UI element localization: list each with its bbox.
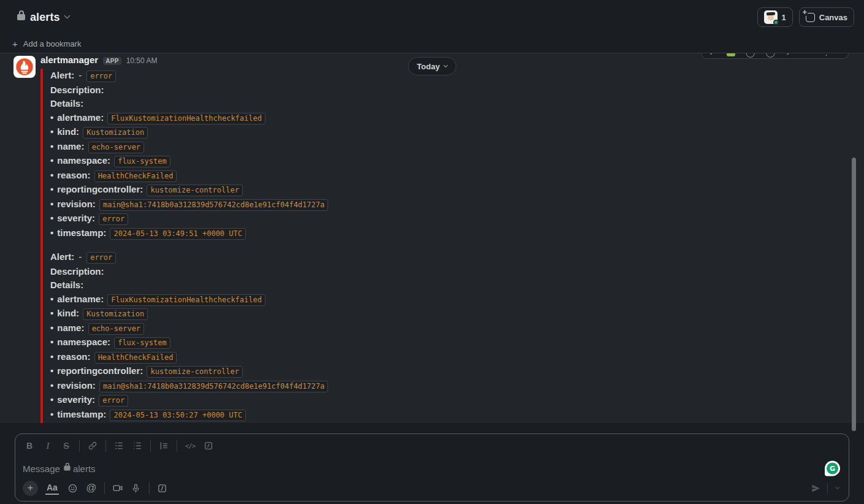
bullet-icon: •: [50, 170, 53, 180]
bullet-icon: •: [50, 227, 53, 238]
alert-block: Alert:-error Description: Details: •aler…: [50, 250, 852, 422]
scrollbar[interactable]: [852, 158, 856, 431]
code-value: FluxKustomizationHealthcheckfailed: [107, 294, 266, 306]
share-icon: ↗: [786, 53, 793, 56]
shortcuts-button[interactable]: [153, 480, 172, 496]
field-label: name:: [57, 141, 84, 151]
code-value: Kustomization: [83, 127, 148, 139]
member-count: 1: [782, 13, 786, 22]
channel-title-button[interactable]: alerts: [12, 9, 74, 26]
code-button[interactable]: </>: [181, 438, 199, 454]
send-button[interactable]: [806, 480, 825, 496]
member-avatar: [764, 10, 778, 24]
link-icon: [88, 441, 97, 451]
mention-button[interactable]: @: [82, 480, 101, 496]
composer-section: B I S: [0, 423, 864, 504]
code-value: echo-server: [88, 323, 144, 335]
app-avatar[interactable]: [13, 56, 36, 78]
date-divider-label: Today: [417, 62, 440, 71]
video-clip-button[interactable]: [109, 480, 127, 496]
bullet-icon: •: [50, 141, 53, 151]
emoji-reaction-icon: ◯: [746, 53, 755, 56]
strikethrough-button[interactable]: S: [57, 438, 75, 454]
chevron-down-icon: [64, 13, 70, 19]
code-value: main@sha1:7418b0a312839d576742cd8e1e91cf…: [99, 199, 328, 211]
emoji-icon: [67, 483, 78, 494]
link-button[interactable]: [83, 438, 102, 454]
alert-field-row: •reportingcontroller: kustomize-controll…: [50, 364, 852, 379]
channel-header: alerts 1 Canvas: [0, 0, 864, 34]
chevron-down-icon: [835, 485, 839, 489]
message-input[interactable]: [23, 463, 841, 473]
alert-field-row: •severity: error: [50, 393, 852, 408]
composer-bottom-toolbar: + Aa @: [15, 479, 849, 501]
blockquote-button[interactable]: [155, 438, 173, 454]
message-composer[interactable]: B I S: [15, 433, 849, 502]
emoji-button[interactable]: [64, 480, 82, 496]
bullet-icon: •: [50, 380, 53, 391]
alert-field-row: •namespace: flux-system: [50, 154, 852, 169]
date-divider-button[interactable]: Today: [408, 57, 456, 75]
bookmarks-bar: + Add a bookmark: [0, 34, 864, 53]
code-value: Kustomization: [83, 308, 148, 320]
code-block-button[interactable]: [199, 438, 218, 454]
code-value: error: [99, 395, 128, 407]
italic-button[interactable]: I: [39, 438, 57, 454]
bold-button[interactable]: B: [20, 438, 39, 454]
toolbar-divider: [104, 482, 105, 494]
alert-field-row: •name: echo-server: [50, 321, 852, 336]
field-label: reason:: [57, 351, 90, 362]
description-line: Description:: [50, 265, 852, 279]
ordered-list-button[interactable]: [110, 438, 128, 454]
slash-shortcuts-icon: [157, 483, 167, 494]
message-timestamp[interactable]: 10:50 AM: [126, 56, 158, 65]
code-value: HealthCheckFailed: [94, 170, 177, 182]
alert-block: Alert:-error Description: Details: •aler…: [50, 69, 852, 240]
schedule-send-button[interactable]: [830, 480, 844, 496]
audio-clip-button[interactable]: [127, 480, 145, 496]
alert-field-row: •reportingcontroller: kustomize-controll…: [50, 183, 852, 197]
bullet-icon: •: [50, 199, 53, 209]
sender-name[interactable]: alertmanager: [40, 55, 98, 65]
attach-plus-button[interactable]: +: [23, 481, 38, 496]
code-value: echo-server: [88, 142, 144, 153]
description-line: Description:: [50, 83, 852, 97]
code-value: main@sha1:7418b0a312839d576742cd8e1e91cf…: [99, 381, 328, 392]
code-value: error: [99, 213, 128, 225]
field-label: kind:: [57, 126, 79, 137]
bullet-icon: •: [50, 323, 53, 333]
field-label: reportingcontroller:: [57, 184, 143, 194]
send-icon: [811, 483, 821, 494]
alert-field-row: •kind: Kustomization: [50, 307, 852, 321]
field-label: revision:: [57, 380, 96, 391]
message: alertmanager APP 10:50 AM Alert:-error D…: [0, 53, 864, 423]
microphone-icon: [131, 483, 141, 494]
field-label: reportingcontroller:: [57, 365, 143, 376]
field-label: timestamp:: [57, 227, 106, 238]
code-value: flux-system: [114, 337, 170, 349]
canvas-button[interactable]: Canvas: [799, 7, 854, 27]
alert-field-row: •revision: main@sha1:7418b0a312839d57674…: [50, 197, 852, 212]
bullet-list-button[interactable]: [128, 438, 147, 454]
header-actions: 1 Canvas: [757, 7, 854, 27]
chevron-down-icon: [443, 63, 448, 67]
add-bookmark-button[interactable]: + Add a bookmark: [12, 39, 81, 48]
presence-dot-icon: [773, 20, 779, 25]
alert-field-row: •name: echo-server: [50, 140, 852, 155]
grammarly-widget[interactable]: G: [825, 460, 840, 476]
bullet-icon: •: [50, 155, 53, 166]
channel-members-button[interactable]: 1: [757, 7, 793, 27]
alert-title-line: Alert:-error: [50, 250, 852, 265]
green-reaction-emoji-icon: [727, 53, 735, 56]
grammarly-icon: G: [827, 462, 838, 474]
show-formatting-button[interactable]: Aa: [45, 481, 59, 495]
code-value: 2024-05-13 03:49:51 +0000 UTC: [110, 228, 246, 240]
composer-actions-left: + Aa @: [20, 480, 172, 496]
field-label: reason:: [57, 170, 90, 180]
toolbar-divider: [79, 440, 80, 452]
show-less-link[interactable]: Show less: [50, 422, 92, 423]
field-label: revision:: [57, 199, 96, 209]
field-label: namespace:: [57, 155, 110, 166]
save-icon: ⌒: [803, 53, 812, 56]
canvas-icon: [806, 13, 815, 22]
